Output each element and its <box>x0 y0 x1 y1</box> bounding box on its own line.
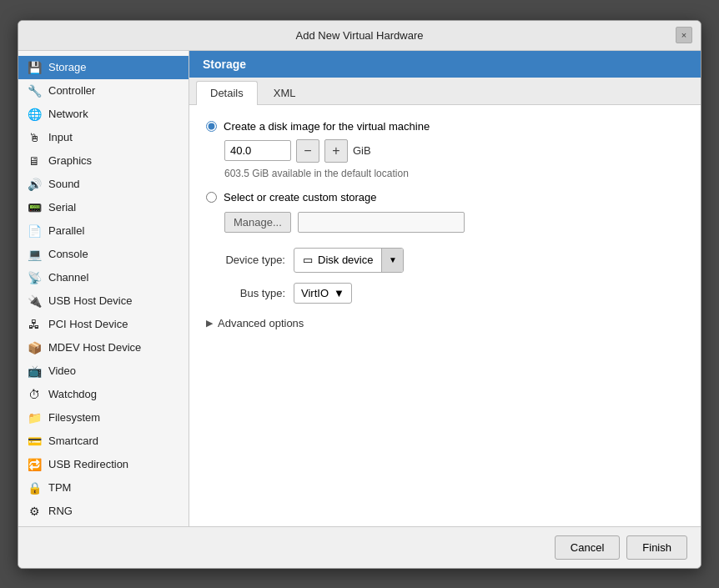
create-disk-row: Create a disk image for the virtual mach… <box>206 120 684 133</box>
custom-storage-label: Select or create custom storage <box>224 191 377 204</box>
parallel-icon: 📄 <box>27 224 42 239</box>
increase-size-button[interactable]: + <box>324 139 348 163</box>
sidebar-item-graphics[interactable]: 🖥Graphics <box>18 149 189 173</box>
rng-icon: ⚙ <box>27 504 42 519</box>
sidebar-item-filesystem[interactable]: 📁Filesystem <box>18 406 189 430</box>
bus-type-dropdown[interactable]: VirtIO ▼ <box>294 283 352 304</box>
tab-content: Create a disk image for the virtual mach… <box>189 105 701 526</box>
sidebar-item-panic[interactable]: ⚙Panic Notifier <box>18 523 189 526</box>
sidebar-label-console: Console <box>48 248 88 260</box>
console-icon: 💻 <box>27 247 42 262</box>
sidebar-item-video[interactable]: 📺Video <box>18 359 189 383</box>
smartcard-icon: 💳 <box>27 434 42 449</box>
sidebar-label-video: Video <box>48 364 76 377</box>
sidebar-item-storage[interactable]: 💾Storage <box>18 56 189 79</box>
sidebar-label-usb-host: USB Host Device <box>48 294 132 307</box>
chevron-right-icon: ▶ <box>206 318 213 329</box>
sidebar-label-sound: Sound <box>48 178 80 190</box>
controller-icon: 🔧 <box>27 83 42 98</box>
disk-icon: ▭ <box>303 254 313 266</box>
device-type-dropdown[interactable]: ▭ Disk device ▼ <box>294 248 404 273</box>
create-disk-label: Create a disk image for the virtual mach… <box>224 120 430 133</box>
input-icon: 🖱 <box>27 130 42 145</box>
sidebar-label-controller: Controller <box>48 84 95 97</box>
device-type-arrow: ▼ <box>381 249 403 272</box>
custom-storage-option: Select or create custom storage <box>206 191 684 204</box>
sidebar-item-channel[interactable]: 📡Channel <box>18 266 189 289</box>
disk-size-input[interactable] <box>224 140 291 161</box>
decrease-size-button[interactable]: − <box>296 139 319 163</box>
bus-type-row: Bus type: VirtIO ▼ <box>206 283 684 304</box>
filesystem-icon: 📁 <box>27 410 42 425</box>
sidebar-label-parallel: Parallel <box>48 224 84 237</box>
bus-type-label: Bus type: <box>206 287 285 299</box>
sidebar-label-input: Input <box>48 131 73 143</box>
pci-host-icon: 🖧 <box>27 317 42 332</box>
sidebar-label-channel: Channel <box>48 271 88 284</box>
sidebar-item-sound[interactable]: 🔊Sound <box>18 173 189 196</box>
sidebar-item-watchdog[interactable]: ⏱Watchdog <box>18 383 189 406</box>
sidebar-item-tpm[interactable]: 🔒TPM <box>18 476 189 500</box>
video-icon: 📺 <box>27 364 42 379</box>
bus-type-text: VirtIO <box>301 287 329 299</box>
sidebar-item-smartcard[interactable]: 💳Smartcard <box>18 430 189 453</box>
sidebar-label-serial: Serial <box>48 201 76 214</box>
device-type-row: Device type: ▭ Disk device ▼ <box>206 248 684 273</box>
usb-host-icon: 🔌 <box>27 294 42 309</box>
serial-icon: 📟 <box>27 200 42 215</box>
sidebar-item-rng[interactable]: ⚙RNG <box>18 500 189 523</box>
mdev-host-icon: 📦 <box>27 340 42 355</box>
advanced-options-label: Advanced options <box>218 317 304 329</box>
content-area: 💾Storage🔧Controller🌐Network🖱Input🖥Graphi… <box>18 51 701 526</box>
create-disk-radio[interactable] <box>206 121 217 132</box>
disk-unit: GiB <box>353 144 371 157</box>
custom-storage-radio[interactable] <box>206 192 217 203</box>
sidebar-label-mdev-host: MDEV Host Device <box>48 341 141 354</box>
sidebar-label-usb-redir: USB Redirection <box>48 458 128 470</box>
sidebar-item-serial[interactable]: 📟Serial <box>18 196 189 219</box>
create-disk-option: Create a disk image for the virtual mach… <box>206 120 684 179</box>
tab-xml[interactable]: XML <box>259 81 310 104</box>
storage-path-input[interactable] <box>298 212 465 233</box>
finish-button[interactable]: Finish <box>626 535 687 560</box>
manage-button[interactable]: Manage... <box>224 212 291 233</box>
sidebar-item-parallel[interactable]: 📄Parallel <box>18 219 189 243</box>
device-type-label: Device type: <box>206 254 285 266</box>
sidebar-item-usb-redir[interactable]: 🔁USB Redirection <box>18 453 189 476</box>
sidebar-item-network[interactable]: 🌐Network <box>18 103 189 126</box>
tpm-icon: 🔒 <box>27 480 42 495</box>
close-button[interactable]: × <box>676 27 692 43</box>
cancel-button[interactable]: Cancel <box>555 535 620 560</box>
bus-type-arrow-icon: ▼ <box>334 287 344 299</box>
sidebar-item-pci-host[interactable]: 🖧PCI Host Device <box>18 313 189 336</box>
graphics-icon: 🖥 <box>27 153 42 168</box>
sidebar-label-pci-host: PCI Host Device <box>48 318 128 330</box>
sidebar-item-mdev-host[interactable]: 📦MDEV Host Device <box>18 336 189 359</box>
device-type-text: Disk device <box>318 254 373 266</box>
storage-icon: 💾 <box>27 60 42 75</box>
dialog-title: Add New Virtual Hardware <box>296 29 424 42</box>
sidebar-item-controller[interactable]: 🔧Controller <box>18 79 189 103</box>
sidebar-item-console[interactable]: 💻Console <box>18 243 189 266</box>
title-bar: Add New Virtual Hardware × <box>18 21 701 51</box>
tabs-bar: Details XML <box>189 78 701 105</box>
watchdog-icon: ⏱ <box>27 387 42 402</box>
sidebar: 💾Storage🔧Controller🌐Network🖱Input🖥Graphi… <box>18 51 189 526</box>
sidebar-label-graphics: Graphics <box>48 154 92 167</box>
main-panel: Storage Details XML Create a disk image … <box>189 51 701 526</box>
sound-icon: 🔊 <box>27 177 42 192</box>
sidebar-item-input[interactable]: 🖱Input <box>18 126 189 149</box>
available-text: 603.5 GiB available in the default locat… <box>224 168 684 179</box>
sidebar-item-usb-host[interactable]: 🔌USB Host Device <box>18 289 189 313</box>
sidebar-label-tpm: TPM <box>48 481 71 494</box>
sidebar-label-rng: RNG <box>48 505 73 517</box>
tab-details[interactable]: Details <box>196 81 258 105</box>
sidebar-label-smartcard: Smartcard <box>48 435 98 447</box>
sidebar-label-watchdog: Watchdog <box>48 388 97 400</box>
disk-size-row: − + GiB <box>224 139 684 163</box>
sidebar-label-network: Network <box>48 108 88 120</box>
channel-icon: 📡 <box>27 270 42 285</box>
footer: Cancel Finish <box>18 526 701 568</box>
advanced-options-row[interactable]: ▶ Advanced options <box>206 314 684 333</box>
manage-row: Manage... <box>224 212 684 233</box>
